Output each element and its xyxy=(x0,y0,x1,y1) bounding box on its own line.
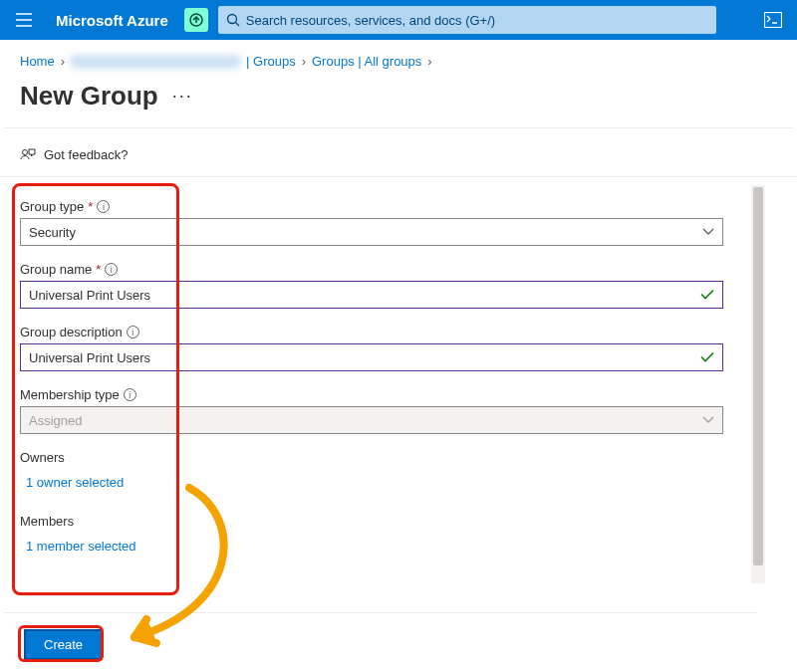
brand-label: Microsoft Azure xyxy=(50,12,174,29)
owners-label: Owners xyxy=(20,450,777,465)
info-icon[interactable]: i xyxy=(124,388,136,401)
group-type-label: Group type xyxy=(20,199,84,214)
group-description-label: Group description xyxy=(20,325,123,339)
feedback-icon xyxy=(20,146,36,162)
group-type-value: Security xyxy=(29,225,76,240)
members-selected-link[interactable]: 1 member selected xyxy=(20,539,777,554)
svg-point-1 xyxy=(227,15,236,24)
group-type-select[interactable]: Security xyxy=(20,218,723,246)
owners-selected-link[interactable]: 1 owner selected xyxy=(20,475,777,490)
search-icon xyxy=(226,13,240,27)
breadcrumb-home[interactable]: Home xyxy=(20,54,55,69)
chevron-right-icon: › xyxy=(61,54,65,69)
required-marker: * xyxy=(88,199,93,214)
scrollbar[interactable] xyxy=(751,185,765,583)
group-name-label: Group name xyxy=(20,262,92,277)
info-icon[interactable]: i xyxy=(97,200,110,213)
chevron-right-icon: › xyxy=(302,54,306,69)
check-icon xyxy=(700,290,714,301)
group-name-value: Universal Print Users xyxy=(29,288,150,303)
create-button[interactable]: Create xyxy=(24,629,103,660)
membership-type-value: Assigned xyxy=(29,413,82,428)
feedback-link[interactable]: Got feedback? xyxy=(0,128,797,176)
membership-type-select: Assigned xyxy=(20,406,723,434)
breadcrumb-groups[interactable]: | Groups xyxy=(246,54,296,69)
required-marker: * xyxy=(96,262,101,277)
group-name-input[interactable]: Universal Print Users xyxy=(20,281,723,309)
breadcrumb: Home › | Groups › Groups | All groups › xyxy=(0,40,797,75)
cloud-shell-icon[interactable] xyxy=(757,4,789,36)
membership-type-label: Membership type xyxy=(20,387,120,402)
members-label: Members xyxy=(20,514,777,529)
svg-rect-2 xyxy=(765,13,782,28)
search-box[interactable] xyxy=(218,6,716,34)
feedback-label: Got feedback? xyxy=(44,147,129,162)
info-icon[interactable]: i xyxy=(105,263,118,276)
upgrade-icon[interactable] xyxy=(184,8,208,32)
group-description-input[interactable]: Universal Print Users xyxy=(20,343,723,371)
more-actions-icon[interactable]: ··· xyxy=(172,86,193,107)
check-icon xyxy=(700,352,714,363)
chevron-down-icon xyxy=(702,228,714,236)
breadcrumb-all-groups[interactable]: Groups | All groups xyxy=(312,54,421,69)
info-icon[interactable]: i xyxy=(127,326,139,338)
search-input[interactable] xyxy=(246,13,708,28)
page-title: New Group xyxy=(20,81,158,112)
group-description-value: Universal Print Users xyxy=(29,350,150,365)
chevron-down-icon xyxy=(702,416,714,424)
chevron-right-icon: › xyxy=(427,54,431,69)
menu-button[interactable] xyxy=(8,4,40,36)
breadcrumb-directory[interactable] xyxy=(71,55,240,69)
svg-point-3 xyxy=(23,150,28,155)
